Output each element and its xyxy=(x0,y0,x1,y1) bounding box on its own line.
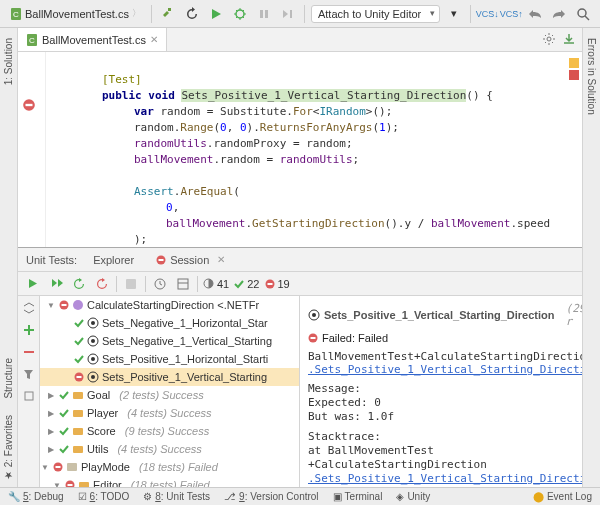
svg-rect-4 xyxy=(260,10,263,18)
counter-fail[interactable]: 19 xyxy=(265,278,290,290)
svg-rect-2 xyxy=(168,8,171,11)
hammer-icon[interactable] xyxy=(158,4,178,24)
code-editor[interactable]: [Test] public void Sets_Positive_1_Verti… xyxy=(18,52,582,247)
details-stacktrace: Stacktrace: at BallMovementTest +Calcula… xyxy=(308,430,574,487)
tree-group[interactable]: ▶Goal (2 tests) Success xyxy=(40,386,299,404)
svg-point-26 xyxy=(91,321,95,325)
tab-favorites[interactable]: ★ 2: Favorites xyxy=(1,409,16,487)
tree-group[interactable]: ▼Editor (18 tests) Failed xyxy=(40,476,299,487)
svg-rect-36 xyxy=(73,410,83,417)
options-icon[interactable] xyxy=(21,388,37,404)
run-all-icon[interactable] xyxy=(24,275,42,293)
svg-rect-41 xyxy=(67,463,77,471)
tab-errors[interactable]: Errors in Solution xyxy=(584,32,599,121)
svg-point-50 xyxy=(312,313,316,317)
warn-mark[interactable] xyxy=(569,58,579,68)
test-panel-header: Unit Tests: Explorer Session ✕ xyxy=(18,248,582,272)
svg-rect-35 xyxy=(73,392,83,399)
tree-group[interactable]: ▼PlayMode (18 tests) Failed xyxy=(40,458,299,476)
statusbar: 🔧 5: Debug ☑ 6: TODO ⚙ 8: Unit Tests ⎇ 9… xyxy=(0,487,600,505)
svg-rect-13 xyxy=(159,259,164,261)
debug-test-icon[interactable] xyxy=(93,275,111,293)
refresh-icon[interactable] xyxy=(182,4,202,24)
file-tab-label: BallMovementTest.cs xyxy=(42,34,146,46)
details-link[interactable]: .Sets_Positive_1_Vertical_Starting_Direc… xyxy=(308,363,574,376)
remove-icon[interactable] xyxy=(21,344,37,360)
counter-pass[interactable]: 22 xyxy=(234,278,259,290)
tab-explorer[interactable]: Explorer xyxy=(87,251,140,269)
step-icon[interactable] xyxy=(278,4,298,24)
sb-terminal[interactable]: ▣ Terminal xyxy=(333,491,383,502)
attach-dropdown[interactable]: Attach to Unity Editor xyxy=(311,5,440,23)
svg-rect-11 xyxy=(26,104,33,106)
run-failed-icon[interactable] xyxy=(70,275,88,293)
pause-icon[interactable] xyxy=(254,4,274,24)
file-tabs: C BallMovementTest.cs ✕ xyxy=(18,28,582,52)
tab-solution[interactable]: 1: Solution xyxy=(1,32,16,91)
svg-rect-32 xyxy=(77,376,82,378)
details-title: Sets_Positive_1_Vertical_Starting_Direct… xyxy=(308,302,574,328)
undo-icon[interactable] xyxy=(525,4,545,24)
tree-item[interactable]: Sets_Negative_1_Vertical_Starting xyxy=(40,332,299,350)
tree-item[interactable]: Sets_Negative_1_Horizontal_Star xyxy=(40,314,299,332)
sb-debug[interactable]: 🔧 5: Debug xyxy=(8,491,64,502)
svg-rect-52 xyxy=(311,337,316,339)
svg-text:C: C xyxy=(29,36,35,45)
svg-text:C: C xyxy=(13,10,19,19)
gutter-fail-icon[interactable] xyxy=(22,98,36,112)
svg-rect-20 xyxy=(267,283,272,285)
run-icon[interactable] xyxy=(206,4,226,24)
svg-rect-5 xyxy=(265,10,268,18)
redo-icon[interactable] xyxy=(549,4,569,24)
sb-eventlog[interactable]: ⬤ Event Log xyxy=(533,491,592,502)
gear-icon[interactable] xyxy=(542,32,556,46)
error-mark[interactable] xyxy=(569,70,579,80)
search-icon[interactable] xyxy=(573,4,593,24)
details-message: Message: Expected: 0 But was: 1.0f xyxy=(308,382,574,424)
stop-icon[interactable] xyxy=(122,275,140,293)
export-icon[interactable] xyxy=(562,32,576,46)
sb-versioncontrol[interactable]: ⎇ 9: Version Control xyxy=(224,491,319,502)
tree-group[interactable]: ▶Score (9 tests) Success xyxy=(40,422,299,440)
test-details: Sets_Positive_1_Vertical_Starting_Direct… xyxy=(300,296,582,487)
test-tree[interactable]: ▼CalculateStartingDirection <.NETFr Sets… xyxy=(40,296,300,487)
test-toolbar: 41 22 19 xyxy=(18,272,582,296)
sb-todo[interactable]: ☑ 6: TODO xyxy=(78,491,130,502)
collapse-icon[interactable] xyxy=(21,300,37,316)
tree-item[interactable]: Sets_Positive_1_Horizontal_Starti xyxy=(40,350,299,368)
panel-title: Unit Tests: xyxy=(26,254,77,266)
right-sidebar: Errors in Solution xyxy=(582,28,600,487)
add-icon[interactable] xyxy=(21,322,37,338)
select-target-icon[interactable]: ▾ xyxy=(444,4,464,24)
file-tab-ballmovementtest[interactable]: C BallMovementTest.cs ✕ xyxy=(18,28,167,51)
debug-icon[interactable] xyxy=(230,4,250,24)
rerun-icon[interactable] xyxy=(47,275,65,293)
tab-session[interactable]: Session ✕ xyxy=(150,251,231,269)
tree-group[interactable]: ▶Utils (4 tests) Success xyxy=(40,440,299,458)
breadcrumb-file[interactable]: C BallMovementTest.cs 〉 xyxy=(6,5,145,22)
svg-rect-15 xyxy=(126,279,136,289)
svg-rect-37 xyxy=(73,428,83,435)
sb-unittests[interactable]: ⚙ 8: Unit Tests xyxy=(143,491,210,502)
unit-tests-panel: Unit Tests: Explorer Session ✕ xyxy=(18,247,582,487)
svg-rect-6 xyxy=(290,10,292,18)
breadcrumb-label: BallMovementTest.cs xyxy=(25,8,129,20)
vcs-push-icon[interactable]: VCS↑ xyxy=(501,4,521,24)
close-icon[interactable]: ✕ xyxy=(217,254,225,265)
svg-rect-21 xyxy=(25,392,33,400)
tree-group[interactable]: ▼CalculateStartingDirection <.NETFr xyxy=(40,296,299,314)
vcs-pull-icon[interactable]: VCS↓ xyxy=(477,4,497,24)
tree-item-selected[interactable]: Sets_Positive_1_Vertical_Starting xyxy=(40,368,299,386)
svg-point-34 xyxy=(91,375,95,379)
layout-icon[interactable] xyxy=(174,275,192,293)
clock-icon[interactable] xyxy=(151,275,169,293)
main-area: C BallMovementTest.cs ✕ [Test] public vo… xyxy=(18,28,582,487)
test-body: ▼CalculateStartingDirection <.NETFr Sets… xyxy=(18,296,582,487)
sb-unity[interactable]: ◈ Unity xyxy=(396,491,430,502)
counter-total[interactable]: 41 xyxy=(203,278,229,290)
tree-group[interactable]: ▶Player (4 tests) Success xyxy=(40,404,299,422)
editor-error-stripe xyxy=(569,58,579,80)
filter-icon[interactable] xyxy=(21,366,37,382)
close-icon[interactable]: ✕ xyxy=(150,34,158,45)
tab-structure[interactable]: Structure xyxy=(1,352,16,405)
